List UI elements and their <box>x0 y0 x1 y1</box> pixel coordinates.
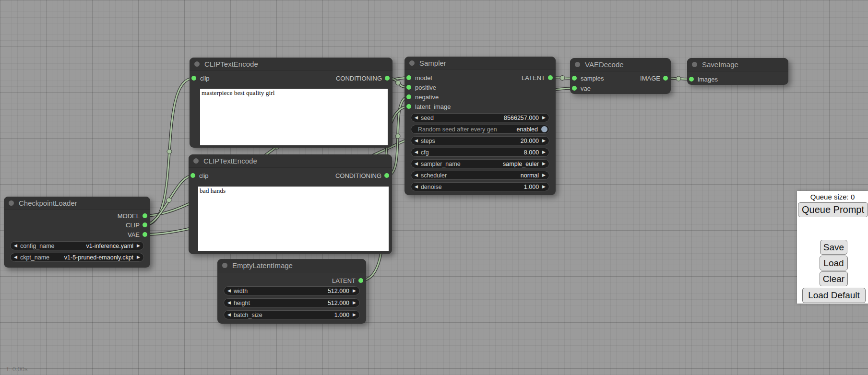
widget-value: v1-inference.yaml <box>86 243 133 249</box>
decrement-arrow-icon[interactable]: ◀ <box>227 286 231 295</box>
collapse-dot-icon[interactable] <box>692 62 697 67</box>
increment-arrow-icon[interactable]: ▶ <box>542 148 546 157</box>
widget-denoise[interactable]: ◀ denoise 1.000 ▶ <box>411 182 549 191</box>
node-title: CheckpointLoader <box>19 199 77 207</box>
decrement-arrow-icon[interactable]: ◀ <box>415 159 418 168</box>
graph-canvas[interactable]: T: 0.00s CheckpointLoader MODEL CLIP VAE… <box>0 0 868 375</box>
widget-steps[interactable]: ◀ steps 20.000 ▶ <box>411 136 549 145</box>
decrement-arrow-icon[interactable]: ◀ <box>415 171 418 180</box>
output-label: IMAGE <box>640 75 660 82</box>
widget-value: 20.000 <box>521 138 539 144</box>
output-label: LATENT <box>332 277 356 284</box>
input-port-icon[interactable] <box>406 75 411 80</box>
decrement-arrow-icon[interactable]: ◀ <box>227 310 231 319</box>
increment-arrow-icon[interactable]: ▶ <box>542 113 546 122</box>
input-port-icon[interactable] <box>406 104 411 109</box>
widget-label: width <box>234 288 248 294</box>
prompt-textarea[interactable]: masterpiece best quality girl <box>200 89 388 145</box>
output-port-icon[interactable] <box>548 75 553 80</box>
input-port-icon[interactable] <box>689 77 694 82</box>
increment-arrow-icon[interactable]: ▶ <box>542 171 546 180</box>
widget-cfg[interactable]: ◀ cfg 8.000 ▶ <box>411 148 549 157</box>
input-port-icon[interactable] <box>406 85 411 90</box>
widget-seed[interactable]: ◀ seed 8566257.000 ▶ <box>411 113 549 122</box>
collapse-dot-icon[interactable] <box>575 62 580 67</box>
widget-height[interactable]: ◀ height 512.000 ▶ <box>224 298 360 307</box>
decrement-arrow-icon[interactable]: ◀ <box>415 148 418 157</box>
input-port-icon[interactable] <box>572 76 577 81</box>
increment-arrow-icon[interactable]: ▶ <box>542 182 546 191</box>
input-port-icon[interactable] <box>406 94 411 99</box>
output-port-icon[interactable] <box>384 173 389 178</box>
widget-value: normal <box>521 172 539 179</box>
queue-prompt-button[interactable]: Queue Prompt <box>798 202 868 217</box>
output-port-icon[interactable] <box>663 76 668 81</box>
decrement-arrow-icon[interactable]: ◀ <box>415 182 418 191</box>
node-title-bar[interactable]: SaveImage <box>687 58 788 71</box>
widget-width[interactable]: ◀ width 512.000 ▶ <box>224 286 360 295</box>
node-save-image[interactable]: SaveImage images <box>687 58 788 85</box>
widget-ckpt-name[interactable]: ◀ ckpt_name v1-5-pruned-emaonly.ckpt ▶ <box>10 253 144 262</box>
collapse-dot-icon[interactable] <box>409 60 415 66</box>
load-button[interactable]: Load <box>820 256 848 270</box>
widget-label: ckpt_name <box>20 254 49 261</box>
input-label: clip <box>199 172 209 179</box>
decrement-arrow-icon[interactable]: ◀ <box>14 253 17 262</box>
input-label: clip <box>200 75 210 82</box>
node-clip-text-encode-positive[interactable]: CLIPTextEncode clip CONDITIONING masterp… <box>190 58 392 148</box>
clear-button[interactable]: Clear <box>820 271 848 286</box>
node-title-bar[interactable]: CheckpointLoader <box>4 197 150 210</box>
widget-config-name[interactable]: ◀ config_name v1-inference.yaml ▶ <box>10 241 144 250</box>
increment-arrow-icon[interactable]: ▶ <box>542 159 546 168</box>
decrement-arrow-icon[interactable]: ◀ <box>415 136 418 145</box>
increment-arrow-icon[interactable]: ▶ <box>137 253 140 262</box>
increment-arrow-icon[interactable]: ▶ <box>353 298 356 307</box>
input-port-icon[interactable] <box>572 86 577 91</box>
collapse-dot-icon[interactable] <box>222 263 227 268</box>
toggle-knob-icon[interactable] <box>541 126 547 132</box>
decrement-arrow-icon[interactable]: ◀ <box>14 241 17 250</box>
output-port-icon[interactable] <box>143 232 147 237</box>
save-button[interactable]: Save <box>820 240 847 255</box>
slot-row-clip: clip CONDITIONING <box>190 74 392 83</box>
slot-row-model-latent: model LATENT <box>404 73 556 82</box>
increment-arrow-icon[interactable]: ▶ <box>353 310 356 319</box>
output-port-icon[interactable] <box>143 213 147 218</box>
collapse-dot-icon[interactable] <box>194 61 200 67</box>
load-default-button[interactable]: Load Default <box>802 288 866 303</box>
node-clip-text-encode-negative[interactable]: CLIPTextEncode clip CONDITIONING bad han… <box>189 154 392 254</box>
decrement-arrow-icon[interactable]: ◀ <box>415 113 418 122</box>
input-port-icon[interactable] <box>191 76 196 81</box>
slot-row-positive: positive <box>404 83 556 92</box>
input-label: model <box>415 74 432 82</box>
increment-arrow-icon[interactable]: ▶ <box>353 286 356 295</box>
widget-value: 512.000 <box>328 288 349 294</box>
widget-batch-size[interactable]: ◀ batch_size 1.000 ▶ <box>224 310 360 319</box>
node-title-bar[interactable]: VAEDecode <box>570 58 671 71</box>
increment-arrow-icon[interactable]: ▶ <box>542 136 546 145</box>
node-sampler[interactable]: Sampler model LATENT positive negative l… <box>404 57 556 195</box>
widget-value: sample_euler <box>503 161 539 167</box>
widget-scheduler[interactable]: ◀ scheduler normal ▶ <box>411 171 549 180</box>
collapse-dot-icon[interactable] <box>9 200 14 206</box>
node-title-bar[interactable]: EmptyLatentImage <box>217 259 366 272</box>
output-port-icon[interactable] <box>143 223 147 227</box>
prompt-textarea[interactable]: bad hands <box>198 187 389 251</box>
input-port-icon[interactable] <box>190 173 195 178</box>
node-title-bar[interactable]: CLIPTextEncode <box>189 154 392 168</box>
input-label: positive <box>415 84 436 91</box>
node-checkpoint-loader[interactable]: CheckpointLoader MODEL CLIP VAE ◀ config… <box>4 197 150 268</box>
widget-random-seed-toggle[interactable]: Random seed after every gen enabled <box>411 125 549 134</box>
node-title-bar[interactable]: Sampler <box>404 57 556 70</box>
widget-sampler-name[interactable]: ◀ sampler_name sample_euler ▶ <box>411 159 549 168</box>
decrement-arrow-icon[interactable]: ◀ <box>227 298 231 307</box>
node-empty-latent-image[interactable]: EmptyLatentImage LATENT ◀ width 512.000 … <box>217 259 366 324</box>
output-port-icon[interactable] <box>358 278 363 283</box>
output-port-icon[interactable] <box>385 76 390 81</box>
widget-value: 512.000 <box>328 300 349 306</box>
increment-arrow-icon[interactable]: ▶ <box>137 241 140 250</box>
node-title: EmptyLatentImage <box>232 261 293 270</box>
node-title-bar[interactable]: CLIPTextEncode <box>190 58 392 71</box>
collapse-dot-icon[interactable] <box>193 158 199 164</box>
node-vae-decode[interactable]: VAEDecode samples IMAGE vae <box>570 58 671 94</box>
